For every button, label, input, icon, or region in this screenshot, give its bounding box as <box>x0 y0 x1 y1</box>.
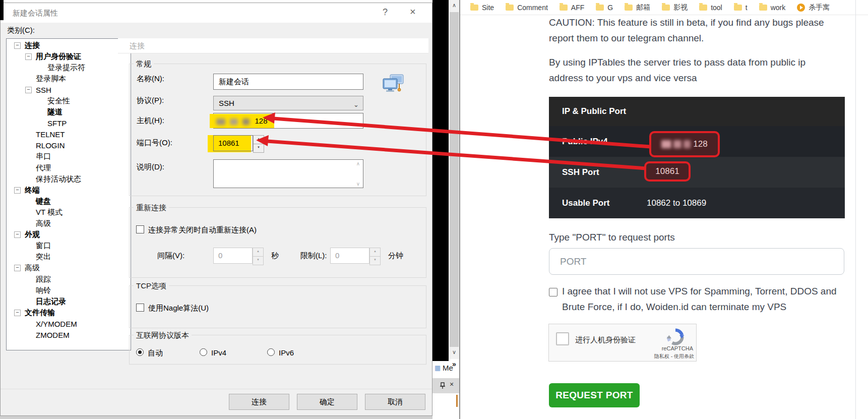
ok-button[interactable]: 确定 <box>297 394 357 410</box>
agree-checkbox[interactable] <box>549 288 557 296</box>
tree-item-tunnel[interactable]: 隧道 <box>7 107 131 118</box>
tree-item-terminal-advanced[interactable]: 高级 <box>7 218 131 229</box>
bookmark-label: tool <box>711 4 722 12</box>
bookmark-folder[interactable]: G <box>596 4 613 12</box>
tree-item-connection[interactable]: −连接 <box>7 40 131 51</box>
bookmark-folder[interactable]: Comment <box>506 4 548 12</box>
tree-item-vt-mode[interactable]: VT 模式 <box>7 207 131 218</box>
port-input[interactable]: 10861 <box>213 135 253 151</box>
name-input[interactable]: 新建会话 <box>213 74 363 90</box>
bookmark-folder[interactable]: 邮箱 <box>625 3 650 12</box>
connect-button-label: 连接 <box>252 397 267 407</box>
tree-item-keepalive[interactable]: 保持活动状态 <box>7 173 131 185</box>
connect-button[interactable]: 连接 <box>229 394 289 410</box>
tree-item-proxy[interactable]: 代理 <box>7 162 131 173</box>
panel-tab-label[interactable]: Me <box>443 364 453 372</box>
tree-item-appearance[interactable]: −外观 <box>7 229 131 241</box>
recaptcha-widget: 进行人机身份验证 reCAPTCHA 隐私权 - 使用条款 <box>548 324 697 362</box>
close-icon[interactable]: × <box>450 380 454 388</box>
collapse-icon[interactable]: − <box>14 42 21 49</box>
content-divider <box>855 0 856 419</box>
spin-down-icon[interactable]: ▼ <box>369 256 381 265</box>
tree-item-bell[interactable]: 响铃 <box>7 285 131 296</box>
group-title: 常规 <box>134 59 154 69</box>
request-port-button[interactable]: REQUEST PORT <box>549 383 640 407</box>
scroll-down-icon: ∨ <box>356 181 360 187</box>
tree-item-highlight[interactable]: 突出 <box>7 252 131 263</box>
panel-tab-area: ▦ Me » <box>432 361 460 378</box>
host-visible-text: 128 <box>255 116 268 125</box>
scroll-up-icon[interactable]: ∧ <box>449 2 460 9</box>
tree-item-advanced[interactable]: −高级 <box>7 263 131 274</box>
bookmark-label: G <box>607 4 613 12</box>
collapse-icon[interactable]: − <box>14 310 21 316</box>
collapse-icon[interactable]: − <box>14 265 21 271</box>
scrollbar-thumb[interactable] <box>450 12 459 347</box>
ssh-port-annotation-box: 10861 <box>644 161 691 182</box>
bookmarks-bar: Site Comment AFF G 邮箱 影视 tool t work 杀手寓 <box>460 0 868 15</box>
description-textarea[interactable]: ∧ ∨ <box>213 159 363 188</box>
bookmark-folder[interactable]: Site <box>470 4 494 12</box>
recaptcha-checkbox[interactable] <box>556 332 569 345</box>
spin-up-icon[interactable]: ▲ <box>253 248 264 257</box>
spin-up-icon[interactable]: ▲ <box>369 248 381 257</box>
tree-item-window[interactable]: 窗口 <box>7 241 131 252</box>
tree-item-logging[interactable]: 日志记录 <box>7 296 131 307</box>
spin-down-icon[interactable]: ▼ <box>253 256 264 265</box>
folder-icon <box>625 5 633 11</box>
tree-item-login-prompt[interactable]: 登录提示符 <box>7 62 131 73</box>
tree-item-authentication[interactable]: −用户身份验证 <box>7 51 131 62</box>
category-tree[interactable]: −连接 −用户身份验证 登录提示符 登录脚本 −SSH 安全性 隧道 SFTP … <box>6 38 131 350</box>
spin-up-icon[interactable]: ▲ <box>253 135 264 144</box>
tree-item-telnet[interactable]: TELNET <box>7 129 131 140</box>
tree-item-label: 安全性 <box>47 96 70 106</box>
tree-item-keyboard[interactable]: 键盘 <box>7 196 131 207</box>
limit-input[interactable]: 0 <box>330 248 369 264</box>
collapse-icon[interactable]: − <box>14 231 21 238</box>
bookmark-folder[interactable]: 影视 <box>662 3 688 12</box>
collapse-icon[interactable]: − <box>25 53 32 60</box>
tree-item-ssh[interactable]: −SSH <box>7 84 131 95</box>
interval-input[interactable]: 0 <box>213 248 253 264</box>
bookmark-folder[interactable]: work <box>759 4 786 12</box>
bookmark-folder[interactable]: t <box>734 4 748 12</box>
tree-item-file-transfer[interactable]: −文件传输 <box>7 307 131 318</box>
cancel-button[interactable]: 取消 <box>365 394 425 410</box>
spin-down-icon[interactable]: ▼ <box>253 144 264 153</box>
dialog-titlebar[interactable]: 新建会话属性 ? × <box>1 3 432 23</box>
cancel-button-label: 取消 <box>388 397 403 407</box>
auto-reconnect-checkbox[interactable] <box>136 225 144 233</box>
panel-header-bar: × <box>432 378 460 393</box>
pin-icon[interactable] <box>440 382 446 389</box>
collapse-icon[interactable]: − <box>25 87 32 93</box>
tree-item-terminal[interactable]: −终端 <box>7 185 131 196</box>
protocol-select[interactable]: SSH ⌄ <box>213 96 363 110</box>
tree-item-label: ZMODEM <box>36 331 70 339</box>
bookmark-folder[interactable]: tool <box>699 4 722 12</box>
port-label: 端口号(O): <box>137 138 172 148</box>
more-icon[interactable]: » <box>452 360 456 368</box>
bookmark-folder[interactable]: AFF <box>560 4 584 12</box>
port-request-input[interactable] <box>549 248 844 275</box>
tree-item-label: 键盘 <box>36 197 51 206</box>
tree-item-login-script[interactable]: 登录脚本 <box>7 73 131 84</box>
table-row-ssh-port: SSH Port <box>549 157 845 188</box>
tree-item-trace[interactable]: 跟踪 <box>7 274 131 285</box>
help-icon[interactable]: ? <box>383 7 388 18</box>
ipv6-radio[interactable] <box>267 348 275 356</box>
collapse-icon[interactable]: − <box>14 187 21 194</box>
nagle-checkbox[interactable] <box>136 304 144 312</box>
ipv4-radio[interactable] <box>200 348 207 356</box>
tree-item-sftp[interactable]: SFTP <box>7 118 131 129</box>
browser-window: Site Comment AFF G 邮箱 影视 tool t work 杀手寓… <box>460 0 868 419</box>
tree-item-xymodem[interactable]: X/YMODEM <box>7 318 131 329</box>
auto-radio[interactable] <box>136 348 144 356</box>
tree-item-zmodem[interactable]: ZMODEM <box>7 329 131 340</box>
bookmark-site[interactable]: 杀手寓 <box>797 3 830 12</box>
recaptcha-terms-link[interactable]: 隐私权 - 使用条款 <box>654 353 694 360</box>
tree-item-security[interactable]: 安全性 <box>7 95 131 106</box>
close-icon[interactable]: × <box>410 6 416 18</box>
scroll-down-icon[interactable]: ∨ <box>449 349 460 355</box>
tree-item-serial[interactable]: 串口 <box>7 151 131 162</box>
tree-item-rlogin[interactable]: RLOGIN <box>7 140 131 151</box>
